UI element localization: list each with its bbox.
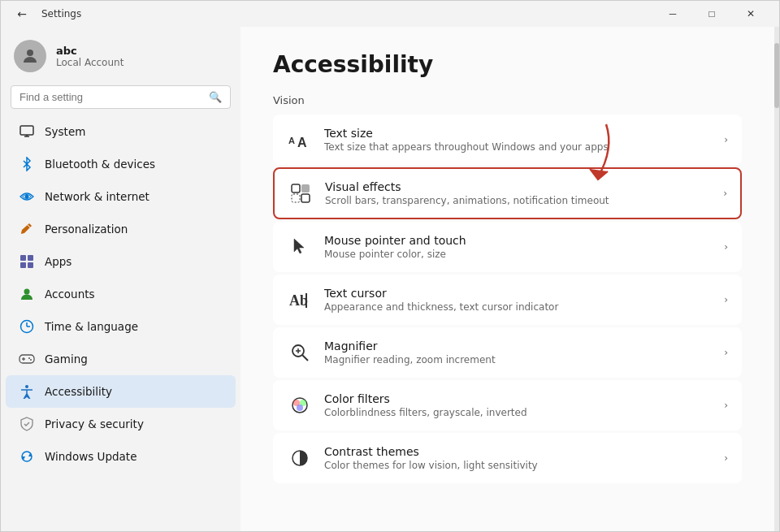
sidebar-item-gaming[interactable]: Gaming <box>6 343 236 375</box>
sidebar-item-accounts[interactable]: Accounts <box>6 278 236 310</box>
sidebar-item-system[interactable]: System <box>6 115 236 148</box>
sidebar-item-update[interactable]: Windows Update <box>6 440 236 473</box>
text-size-item[interactable]: A A Text size Text size that appears thr… <box>273 115 742 165</box>
sidebar-item-network-label: Network & internet <box>45 190 150 203</box>
sidebar-item-personalization[interactable]: Personalization <box>6 213 236 245</box>
svg-rect-13 <box>20 355 34 363</box>
mouse-pointer-title: Mouse pointer and touch <box>324 234 713 247</box>
magnifier-icon <box>287 340 313 365</box>
avatar <box>14 40 46 72</box>
content-area: Accessibility Vision A A <box>240 27 774 531</box>
contrast-themes-text: Contrast themes Color themes for low vis… <box>324 445 713 471</box>
sidebar-item-accessibility[interactable]: Accessibility <box>6 375 236 408</box>
settings-window: ← Settings ─ □ ✕ abc Local Account <box>0 0 780 532</box>
network-icon <box>19 188 35 205</box>
sidebar-item-bluetooth[interactable]: Bluetooth & devices <box>6 148 236 180</box>
sidebar-item-apps-label: Apps <box>45 255 72 268</box>
svg-text:Ab: Ab <box>289 292 308 309</box>
svg-text:A: A <box>297 136 307 149</box>
sidebar-item-privacy[interactable]: Privacy & security <box>6 408 236 440</box>
svg-point-9 <box>24 289 30 295</box>
contrast-themes-title: Contrast themes <box>324 445 713 458</box>
sidebar-item-bluetooth-label: Bluetooth & devices <box>45 158 155 171</box>
svg-point-18 <box>25 385 28 388</box>
svg-line-30 <box>302 355 308 361</box>
text-size-icon: A A <box>287 127 313 153</box>
scrollbar-thumb[interactable] <box>774 43 779 108</box>
magnifier-sub: Magnifier reading, zoom increment <box>324 354 713 365</box>
text-cursor-chevron: › <box>724 294 728 305</box>
sidebar-item-update-label: Windows Update <box>45 450 136 463</box>
visual-effects-item[interactable]: Visual effects Scroll bars, transparency… <box>273 167 742 219</box>
mouse-pointer-item[interactable]: Mouse pointer and touch Mouse pointer co… <box>273 222 742 272</box>
svg-rect-8 <box>28 262 33 268</box>
text-cursor-title: Text cursor <box>324 287 713 300</box>
sidebar-item-privacy-label: Privacy & security <box>45 417 144 430</box>
gaming-icon <box>19 351 35 367</box>
text-size-text: Text size Text size that appears through… <box>324 127 713 153</box>
color-filters-text: Color filters Colorblindness filters, gr… <box>324 392 713 418</box>
visual-effects-title: Visual effects <box>325 180 712 193</box>
magnifier-text: Magnifier Magnifier reading, zoom increm… <box>324 340 713 365</box>
close-button[interactable]: ✕ <box>732 1 769 27</box>
magnifier-item[interactable]: Magnifier Magnifier reading, zoom increm… <box>273 327 742 378</box>
settings-list: A A Text size Text size that appears thr… <box>273 115 742 483</box>
svg-rect-6 <box>28 255 33 261</box>
window-title: Settings <box>41 8 81 19</box>
magnifier-title: Magnifier <box>324 340 713 353</box>
personalization-icon <box>19 221 35 237</box>
magnifier-chevron: › <box>724 347 728 358</box>
scrollbar-track[interactable] <box>774 27 779 531</box>
svg-rect-23 <box>292 184 300 192</box>
svg-rect-24 <box>301 184 310 192</box>
search-icon: 🔍 <box>209 91 222 103</box>
user-name: abc <box>56 45 124 57</box>
visual-effects-icon <box>288 180 314 206</box>
color-filters-sub: Colorblindness filters, grayscale, inver… <box>324 407 713 418</box>
svg-point-17 <box>30 359 32 361</box>
user-profile[interactable]: abc Local Account <box>1 27 240 82</box>
svg-rect-7 <box>20 262 26 268</box>
sidebar-item-personalization-label: Personalization <box>45 223 128 236</box>
svg-rect-25 <box>292 194 300 202</box>
svg-rect-5 <box>20 255 26 261</box>
contrast-themes-item[interactable]: Contrast themes Color themes for low vis… <box>273 433 742 483</box>
update-icon <box>19 448 35 465</box>
back-button[interactable]: ← <box>11 2 33 25</box>
mouse-pointer-icon <box>287 234 313 260</box>
color-filters-chevron: › <box>724 400 728 411</box>
color-filters-item[interactable]: Color filters Colorblindness filters, gr… <box>273 380 742 430</box>
svg-point-36 <box>297 404 303 411</box>
text-cursor-sub: Appearance and thickness, text cursor in… <box>324 301 713 313</box>
svg-point-0 <box>27 50 33 56</box>
text-size-sub: Text size that appears throughout Window… <box>324 141 713 153</box>
sidebar-item-accounts-label: Accounts <box>45 288 95 301</box>
search-input[interactable] <box>20 91 202 103</box>
sidebar-item-apps[interactable]: Apps <box>6 245 236 278</box>
color-filters-icon <box>287 392 313 418</box>
sidebar-item-time[interactable]: Time & language <box>6 310 236 343</box>
user-info: abc Local Account <box>56 45 124 68</box>
window-controls: ─ □ ✕ <box>654 1 769 27</box>
sidebar-item-network[interactable]: Network & internet <box>6 180 236 213</box>
search-box[interactable]: 🔍 <box>11 85 231 109</box>
mouse-pointer-text: Mouse pointer and touch Mouse pointer co… <box>324 234 713 260</box>
page-title: Accessibility <box>273 51 742 78</box>
time-icon <box>19 318 35 335</box>
minimize-button[interactable]: ─ <box>654 1 691 27</box>
maximize-button[interactable]: □ <box>693 1 730 27</box>
account-type: Local Account <box>56 57 124 68</box>
privacy-icon <box>19 416 35 432</box>
contrast-themes-chevron: › <box>724 452 728 464</box>
text-cursor-item[interactable]: Ab Text cursor Appearance and thickness,… <box>273 275 742 325</box>
visual-effects-chevron: › <box>723 188 727 199</box>
text-cursor-text: Text cursor Appearance and thickness, te… <box>324 287 713 313</box>
text-cursor-icon: Ab <box>287 287 313 313</box>
mouse-pointer-chevron: › <box>724 241 728 253</box>
accounts-icon <box>19 286 35 302</box>
contrast-themes-sub: Color themes for low vision, light sensi… <box>324 460 713 471</box>
visual-effects-text: Visual effects Scroll bars, transparency… <box>325 180 712 206</box>
main-layout: abc Local Account 🔍 <box>1 27 779 531</box>
svg-rect-26 <box>301 194 310 202</box>
contrast-themes-icon <box>287 445 313 471</box>
